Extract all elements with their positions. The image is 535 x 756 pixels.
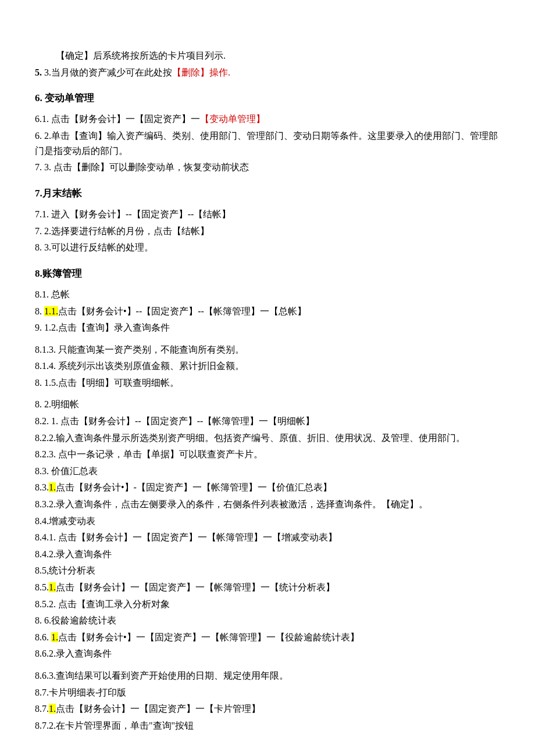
text-line: 8.1.4. 系统列示出该类别原值金额、累计折旧金额。: [35, 359, 500, 374]
text-line: 8.1.3. 只能查询某一资产类别，不能查询所有类别。: [35, 342, 500, 357]
highlight-text: 1.: [51, 632, 58, 642]
text-line: 8.7.1.点击【财务会计】一【固定资产】一【卡片管理】: [35, 701, 500, 716]
text-line: 8. 1.5.点击【明细】可联查明细帐。: [35, 375, 500, 390]
text-line: 8.6.3.查询结果可以看到资产开始使用的日期、规定使用年限。: [35, 668, 500, 683]
highlight-text: 1.: [49, 582, 56, 592]
text-line: 8. 2.明细帐: [35, 397, 500, 412]
highlight-text: 1.: [49, 482, 56, 492]
text: 8.: [35, 306, 44, 316]
text: 8.6.: [35, 632, 51, 642]
text-line: 8.6. 1.点击【财务会计•】一【固定资产】一【帐簿管理】一【役龄逾龄统计表】: [35, 630, 500, 645]
text-line: 7. 2.选择要进行结帐的月份，点击【结帐】: [35, 224, 500, 239]
text: 点击【财务会计•】--【固定资产】--【帐簿管理】一【总帐】: [58, 306, 306, 316]
text: 8.7.: [35, 704, 49, 714]
text-line: 5. 3.当月做的资产减少可在此处按【删除】操作.: [35, 65, 500, 80]
text: 点击【财务会计】一【固定资产】一【帐簿管理】一【统计分析表】: [56, 582, 335, 592]
heading-7: 7.月末结帐: [35, 185, 500, 201]
text-line: 8.6.2.录入查询条件: [35, 646, 500, 661]
text-line: 7. 3. 点击【删除】可以删除变动单，恢复变动前状态: [35, 160, 500, 175]
text-line: 6. 2.单击【查询】输入资产编码、类别、使用部门、管理部门、变动日期等条件。这…: [35, 128, 500, 158]
text-line: 【确定】后系统将按所选的卡片项目列示.: [35, 48, 500, 63]
heading-6: 6. 变动单管理: [35, 90, 500, 106]
highlight-text: 1.: [49, 704, 56, 714]
heading-8: 8.账簿管理: [35, 266, 500, 281]
text-line: 8.2. 1. 点击【财务会计】--【固定资产】--【帐簿管理】一【明细帐】: [35, 414, 500, 429]
text-line: 8.3.1.点击【财务会计•】-【固定资产】一【帐簿管理】一【价值汇总表】: [35, 480, 500, 495]
text-line: 8.5.1.点击【财务会计】一【固定资产】一【帐簿管理】一【统计分析表】: [35, 580, 500, 595]
wrapped-text: 6. 2.单击【查询】输入资产编码、类别、使用部门、管理部门、变动日期等条件。这…: [35, 128, 500, 158]
text: 8.3.: [35, 482, 49, 492]
text-line: 9. 1.2.点击【查询】录入查询条件: [35, 320, 500, 335]
text-line: 8.4.增减变动表: [35, 514, 500, 529]
red-text: 【删除】: [172, 67, 209, 77]
text: 6.1. 点击【财务会计】一【固定资产】一: [35, 114, 200, 124]
text: 点击【财务会计】一【固定资产】一【卡片管理】: [56, 704, 261, 714]
red-text: 【变动单管理】: [200, 114, 265, 124]
text-line: 8. 3.可以进行反结帐的处理。: [35, 240, 500, 255]
text-line: 8.5,统计分析表: [35, 563, 500, 578]
red-text: 操作.: [209, 67, 230, 77]
text: 点击【财务会计•】一【固定资产】一【帐簿管理】一【役龄逾龄统计表】: [58, 632, 359, 642]
list-number: 5.: [35, 67, 42, 77]
text-line: 8.1. 总帐: [35, 287, 500, 302]
text-line: 6.1. 点击【财务会计】一【固定资产】一【变动单管理】: [35, 112, 500, 127]
text-line: 8.4.2.录入查询条件: [35, 547, 500, 562]
text: 点击【财务会计•】-【固定资产】一【帐簿管理】一【价值汇总表】: [56, 482, 332, 492]
text-line: 8.7.2.在卡片管理界面，单击"查询"按钮: [35, 718, 500, 733]
text: 3.当月做的资产减少可在此处按: [42, 67, 172, 77]
text-line: 8.5.2. 点击【查询工录入分析对象: [35, 597, 500, 612]
text-line: 8.4.1. 点击【财务会计】一【固定资产】一【帐簿管理】一【增减变动表】: [35, 530, 500, 545]
text-line: 8. 6.役龄逾龄统计表: [35, 613, 500, 628]
text-line: 8.2.2.输入查询条件显示所选类别资产明细。包括资产编号、原值、折旧、使用状况…: [35, 431, 500, 446]
text-line: 8.3.2.录入查询条件，点击左侧要录入的条件，右侧条件列表被激活，选择查询条件…: [35, 497, 500, 512]
text-line: 8. 1.1.点击【财务会计•】--【固定资产】--【帐簿管理】一【总帐】: [35, 304, 500, 319]
text-line: 7.1. 进入【财务会计】--【固定资产】--【结帐】: [35, 207, 500, 222]
text: 8.5.: [35, 582, 49, 592]
highlight-text: 1.1.: [44, 306, 58, 316]
text-line: 8.2.3. 点中一条记录，单击【单据】可以联查资产卡片。: [35, 447, 500, 462]
text-line: 8.3. 价值汇总表: [35, 464, 500, 479]
text-line: 8.7.卡片明细表-打印版: [35, 685, 500, 700]
